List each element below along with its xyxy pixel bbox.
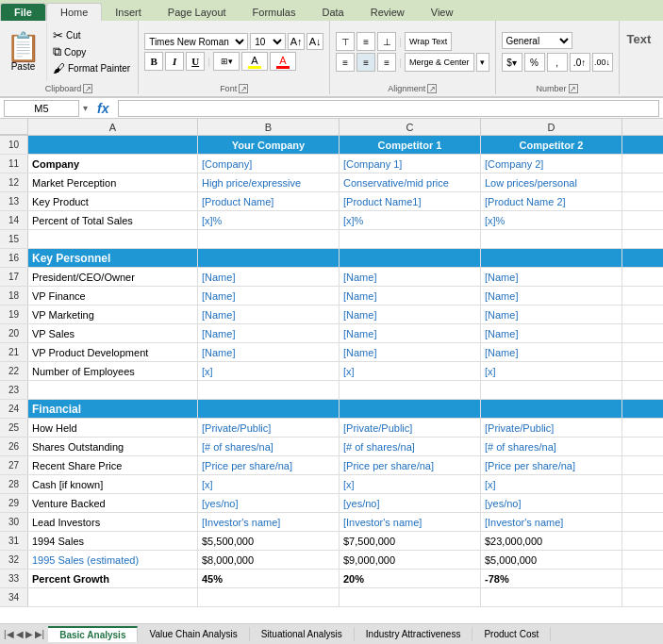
cell-31-d[interactable]: $23,000,000 <box>481 532 622 550</box>
cell-12-a[interactable]: Market Perception <box>28 173 198 191</box>
tab-formulas[interactable]: Formulas <box>240 4 309 21</box>
cell-20-d[interactable]: [Name] <box>481 324 622 342</box>
cell-18-d[interactable]: [Name] <box>481 287 622 305</box>
row-number[interactable]: 24 <box>0 400 28 418</box>
formula-input[interactable] <box>118 100 659 117</box>
cell-10-b[interactable]: Your Company <box>198 136 340 154</box>
cell-13-d[interactable]: [Product Name 2] <box>481 192 622 210</box>
cell-13-b[interactable]: [Product Name] <box>198 192 340 210</box>
row-number[interactable]: 23 <box>0 381 28 399</box>
cell-29-c[interactable]: [yes/no] <box>340 494 481 512</box>
row-number[interactable]: 34 <box>0 588 28 606</box>
increase-decimal-button[interactable]: .0↑ <box>570 53 590 72</box>
cell-14-a[interactable]: Percent of Total Sales <box>28 211 198 229</box>
cell-24-c[interactable] <box>340 400 481 418</box>
row-number[interactable]: 13 <box>0 192 28 210</box>
row-number[interactable]: 22 <box>0 362 28 380</box>
row-number[interactable]: 15 <box>0 230 28 248</box>
bold-button[interactable]: B <box>144 52 163 71</box>
align-right-button[interactable]: ≡ <box>377 53 396 72</box>
cell-29-a[interactable]: Venture Backed <box>28 494 198 512</box>
align-middle-button[interactable]: ≡ <box>356 32 375 51</box>
tab-insert[interactable]: Insert <box>102 4 155 21</box>
cell-31-b[interactable]: $5,500,000 <box>198 532 340 550</box>
cell-14-c[interactable]: [x]% <box>340 211 481 229</box>
paste-button[interactable]: 📋 Paste <box>2 23 47 81</box>
cell-30-c[interactable]: [Investor's name] <box>340 513 481 531</box>
row-number[interactable]: 10 <box>0 136 28 154</box>
tab-first-arrow[interactable]: |◀ <box>4 629 14 639</box>
cell-17-d[interactable]: [Name] <box>481 268 622 286</box>
cell-12-c[interactable]: Conservative/mid price <box>340 173 481 191</box>
cell-28-c[interactable]: [x] <box>340 475 481 493</box>
cell-21-a[interactable]: VP Product Development <box>28 343 198 361</box>
cell-28-d[interactable]: [x] <box>481 475 622 493</box>
row-number[interactable]: 27 <box>0 456 28 474</box>
cell-12-b[interactable]: High price/expressive <box>198 173 340 191</box>
row-number[interactable]: 25 <box>0 419 28 437</box>
cell-29-d[interactable]: [yes/no] <box>481 494 622 512</box>
cell-11-a[interactable]: Company <box>28 155 198 173</box>
cell-10-d[interactable]: Competitor 2 <box>481 136 622 154</box>
cell-11-b[interactable]: [Company] <box>198 155 340 173</box>
merge-center-dropdown[interactable]: ▾ <box>476 53 489 72</box>
cell-30-a[interactable]: Lead Investors <box>28 513 198 531</box>
row-number[interactable]: 19 <box>0 305 28 323</box>
sheet-tab-product-cost[interactable]: Product Cost <box>472 627 551 641</box>
cell-24-d[interactable] <box>481 400 622 418</box>
col-header-c[interactable]: C <box>340 119 481 135</box>
cell-32-d[interactable]: $5,000,000 <box>481 551 622 569</box>
underline-button[interactable]: U <box>186 52 205 71</box>
tab-home[interactable]: Home <box>46 3 102 21</box>
cell-13-a[interactable]: Key Product <box>28 192 198 210</box>
cell-20-a[interactable]: VP Sales <box>28 324 198 342</box>
cell-27-a[interactable]: Recent Share Price <box>28 456 198 474</box>
alignment-expand-button[interactable]: ↗ <box>427 84 437 93</box>
number-format-select[interactable]: General <box>502 32 572 49</box>
align-center-button[interactable]: ≡ <box>356 53 375 72</box>
decrease-decimal-button[interactable]: .00↓ <box>592 53 613 72</box>
cell-26-b[interactable]: [# of shares/na] <box>198 438 340 455</box>
cell-27-b[interactable]: [Price per share/na] <box>198 456 340 474</box>
clipboard-expand-button[interactable]: ↗ <box>83 84 92 93</box>
cell-25-c[interactable]: [Private/Public] <box>340 419 481 437</box>
cell-22-d[interactable]: [x] <box>481 362 622 380</box>
cell-28-a[interactable]: Cash [if known] <box>28 475 198 493</box>
row-number[interactable]: 21 <box>0 343 28 361</box>
cell-18-b[interactable]: [Name] <box>198 287 340 305</box>
cell-19-a[interactable]: VP Marketing <box>28 305 198 323</box>
cut-button[interactable]: ✂ Cut <box>51 27 132 43</box>
cell-25-b[interactable]: [Private/Public] <box>198 419 340 437</box>
font-size-increase-button[interactable]: A↑ <box>288 33 305 50</box>
row-number[interactable]: 28 <box>0 475 28 493</box>
name-box-dropdown[interactable]: ▾ <box>83 103 88 113</box>
cell-18-c[interactable]: [Name] <box>340 287 481 305</box>
cell-16-d[interactable] <box>481 249 622 267</box>
cell-33-b[interactable]: 45% <box>198 570 340 587</box>
cell-26-a[interactable]: Shares Outstanding <box>28 438 198 455</box>
cell-25-d[interactable]: [Private/Public] <box>481 419 622 437</box>
row-number[interactable]: 32 <box>0 551 28 569</box>
cell-19-d[interactable]: [Name] <box>481 305 622 323</box>
cell-23-d[interactable] <box>481 381 622 399</box>
number-expand-button[interactable]: ↗ <box>569 84 578 93</box>
cell-33-a[interactable]: Percent Growth <box>28 570 198 587</box>
row-number[interactable]: 20 <box>0 324 28 342</box>
cell-21-b[interactable]: [Name] <box>198 343 340 361</box>
cell-14-d[interactable]: [x]% <box>481 211 622 229</box>
corner-cell[interactable] <box>0 119 28 135</box>
percent-button[interactable]: % <box>524 53 545 72</box>
cell-14-b[interactable]: [x]% <box>198 211 340 229</box>
tab-review[interactable]: Review <box>357 4 418 21</box>
cell-13-c[interactable]: [Product Name1] <box>340 192 481 210</box>
cell-22-a[interactable]: Number of Employees <box>28 362 198 380</box>
cell-17-a[interactable]: President/CEO/Owner <box>28 268 198 286</box>
cell-20-c[interactable]: [Name] <box>340 324 481 342</box>
cell-21-d[interactable]: [Name] <box>481 343 622 361</box>
row-number[interactable]: 14 <box>0 211 28 229</box>
row-number[interactable]: 11 <box>0 155 28 173</box>
tab-page-layout[interactable]: Page Layout <box>155 4 240 21</box>
cell-15-d[interactable] <box>481 230 622 248</box>
tab-view[interactable]: View <box>418 4 467 21</box>
sheet-tab-situational[interactable]: Situational Analysis <box>250 627 355 641</box>
